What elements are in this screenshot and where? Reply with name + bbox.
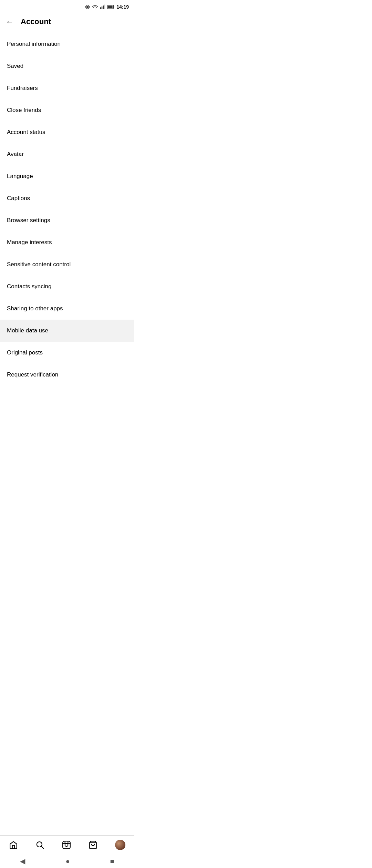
menu-item-manage-interests[interactable]: Manage interests	[0, 231, 134, 254]
menu-item-captions[interactable]: Captions	[0, 187, 134, 209]
svg-rect-1	[87, 6, 88, 8]
menu-item-mobile-data-use[interactable]: Mobile data use	[0, 320, 134, 342]
page-header: ← Account	[0, 12, 134, 33]
battery-icon	[107, 4, 115, 9]
menu-item-original-posts[interactable]: Original posts	[0, 342, 134, 364]
status-time: 14:19	[116, 4, 129, 10]
menu-item-avatar[interactable]: Avatar	[0, 143, 134, 165]
menu-item-fundraisers[interactable]: Fundraisers	[0, 77, 134, 99]
wifi-icon	[92, 4, 98, 10]
page-title: Account	[21, 17, 51, 26]
svg-rect-3	[102, 7, 103, 9]
svg-rect-7	[107, 6, 112, 8]
account-menu-list: Personal informationSavedFundraisersClos…	[0, 33, 134, 386]
status-bar: 14:19	[0, 0, 134, 12]
menu-item-account-status[interactable]: Account status	[0, 121, 134, 143]
svg-rect-4	[103, 6, 104, 9]
svg-rect-5	[104, 4, 105, 9]
menu-item-personal-information[interactable]: Personal information	[0, 33, 134, 55]
menu-item-request-verification[interactable]: Request verification	[0, 364, 134, 386]
menu-item-sharing-to-other-apps[interactable]: Sharing to other apps	[0, 298, 134, 320]
signal-icon	[100, 4, 105, 10]
svg-rect-2	[100, 7, 101, 9]
menu-item-saved[interactable]: Saved	[0, 55, 134, 77]
menu-item-contacts-syncing[interactable]: Contacts syncing	[0, 276, 134, 298]
menu-item-close-friends[interactable]: Close friends	[0, 99, 134, 121]
back-button[interactable]: ←	[6, 18, 14, 26]
vibrate-icon	[85, 4, 90, 10]
menu-item-sensitive-content-control[interactable]: Sensitive content control	[0, 254, 134, 276]
menu-item-language[interactable]: Language	[0, 165, 134, 187]
menu-item-browser-settings[interactable]: Browser settings	[0, 209, 134, 231]
